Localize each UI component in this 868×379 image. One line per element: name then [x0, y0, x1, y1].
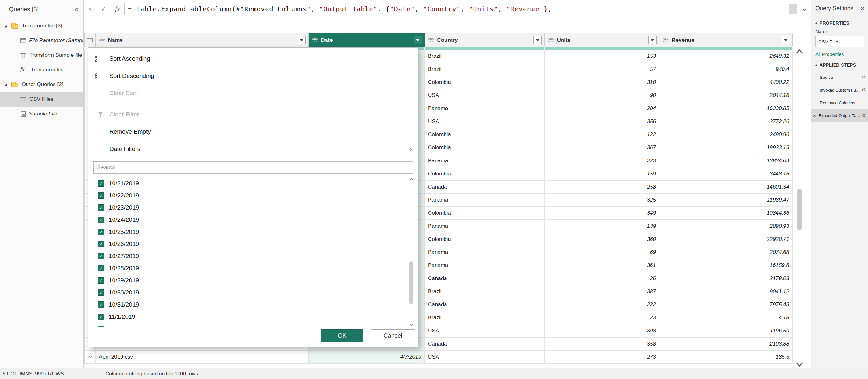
- list-scroll-up-icon[interactable]: [409, 178, 413, 182]
- revenue-cell[interactable]: 4408.22: [659, 76, 793, 89]
- filter-value-row[interactable]: ✓ 10/24/2019: [98, 214, 418, 226]
- formula-input[interactable]: = Table.ExpandTableColumn(#"Removed Colu…: [124, 3, 798, 15]
- column-type-icon[interactable]: ABC: [99, 39, 105, 42]
- query-tree-item[interactable]: ◢ Other Queries [2]: [0, 77, 83, 92]
- applied-steps-section-header[interactable]: ◢ APPLIED STEPS: [811, 59, 868, 70]
- filter-value-row[interactable]: ✓ 10/23/2019: [98, 202, 418, 214]
- revenue-cell[interactable]: 2649.32: [659, 50, 793, 63]
- filter-button[interactable]: [648, 36, 657, 45]
- filter-value-row[interactable]: ✓ 10/25/2019: [98, 226, 418, 238]
- tree-expander-icon[interactable]: ◢: [4, 83, 11, 86]
- country-cell[interactable]: USA: [425, 89, 545, 102]
- filter-value-row[interactable]: ✓ 10/31/2019: [98, 299, 418, 311]
- checkbox-checked-icon[interactable]: ✓: [98, 253, 104, 259]
- revenue-cell[interactable]: 19933.19: [659, 141, 793, 154]
- revenue-cell[interactable]: 1196.59: [659, 324, 793, 338]
- menu-item[interactable]: ↓ Clear Sort ›: [88, 85, 418, 102]
- menu-item[interactable]: AZ↓ Sort Ascending ›: [88, 50, 418, 67]
- units-cell[interactable]: 356: [545, 115, 659, 128]
- checkbox-checked-icon[interactable]: ✓: [98, 204, 104, 211]
- query-tree-item[interactable]: ◢ CSV Files: [0, 92, 83, 107]
- menu-item[interactable]: ↓ Remove Empty ›: [88, 123, 418, 140]
- column-type-icon[interactable]: ABC123: [312, 37, 318, 43]
- revenue-cell[interactable]: 2074.68: [659, 246, 793, 259]
- ok-button[interactable]: OK: [321, 329, 363, 342]
- column-header[interactable]: ABC Name: [96, 33, 309, 47]
- all-properties-link[interactable]: All Properties: [815, 51, 868, 57]
- country-cell[interactable]: Colombia: [425, 207, 545, 220]
- units-cell[interactable]: 90: [545, 89, 659, 102]
- units-cell[interactable]: 361: [545, 259, 659, 272]
- menu-item[interactable]: ↓ Date Filters ›: [88, 140, 418, 157]
- country-cell[interactable]: Panama: [425, 259, 545, 272]
- column-type-icon[interactable]: ABC123: [663, 37, 669, 43]
- revenue-cell[interactable]: 22928.71: [659, 233, 793, 246]
- gear-icon[interactable]: ⚙: [862, 87, 866, 93]
- units-cell[interactable]: 398: [545, 324, 659, 338]
- search-input[interactable]: [93, 162, 413, 174]
- expand-formula-bar-button[interactable]: [798, 7, 811, 10]
- units-cell[interactable]: 360: [545, 233, 659, 246]
- checkbox-checked-icon[interactable]: ✓: [98, 277, 104, 284]
- revenue-cell[interactable]: 2890.93: [659, 220, 793, 233]
- country-cell[interactable]: Colombia: [425, 168, 545, 181]
- menu-item[interactable]: ↓ ›: [89, 104, 417, 104]
- units-cell[interactable]: 258: [545, 181, 659, 194]
- list-scroll-down-icon[interactable]: [409, 322, 413, 326]
- tree-expander-icon[interactable]: ◢: [4, 24, 11, 28]
- revenue-cell[interactable]: 2178.03: [659, 272, 793, 285]
- revenue-cell[interactable]: 14601.34: [659, 181, 793, 194]
- country-cell[interactable]: Colombia: [425, 141, 545, 154]
- country-cell[interactable]: Panama: [425, 246, 545, 259]
- revenue-cell[interactable]: 940.4: [659, 63, 793, 76]
- list-scrollbar[interactable]: [407, 177, 415, 327]
- filter-value-row[interactable]: ✓ 10/26/2019: [98, 238, 418, 250]
- column-header[interactable]: ABC123 Country: [425, 33, 545, 47]
- units-cell[interactable]: 57: [545, 63, 659, 76]
- units-cell[interactable]: 69: [545, 246, 659, 259]
- query-tree-item[interactable]: ◢ File Parameter (Sample File): [0, 33, 83, 48]
- filter-value-row[interactable]: ✓ 10/30/2019: [98, 287, 418, 299]
- date-cell[interactable]: 4/7/2019: [309, 351, 425, 364]
- scroll-down-icon[interactable]: [796, 360, 803, 367]
- checkbox-checked-icon[interactable]: ✓: [98, 326, 104, 327]
- units-cell[interactable]: 367: [545, 141, 659, 154]
- revenue-cell[interactable]: 13834.04: [659, 154, 793, 168]
- checkbox-checked-icon[interactable]: ✓: [98, 241, 104, 247]
- filter-button[interactable]: [298, 36, 306, 45]
- units-cell[interactable]: 222: [545, 298, 659, 311]
- country-cell[interactable]: Panama: [425, 154, 545, 168]
- units-cell[interactable]: 23: [545, 311, 659, 324]
- country-cell[interactable]: Canada: [425, 298, 545, 311]
- scrollbar-thumb[interactable]: [797, 189, 802, 230]
- revenue-cell[interactable]: 11939.47: [659, 194, 793, 207]
- applied-step[interactable]: × Expanded Output Table ⚙: [811, 109, 868, 122]
- query-tree-item[interactable]: ◢ Sample File: [0, 107, 83, 121]
- country-cell[interactable]: Canada: [425, 338, 545, 351]
- country-cell[interactable]: USA: [425, 351, 545, 364]
- query-tree-item[interactable]: ◢ Transform Sample file: [0, 48, 83, 62]
- revenue-cell[interactable]: 9041.12: [659, 285, 793, 298]
- units-cell[interactable]: 139: [545, 220, 659, 233]
- country-cell[interactable]: Colombia: [425, 76, 545, 89]
- revenue-cell[interactable]: 185.3: [659, 351, 793, 364]
- filter-button[interactable]: [782, 36, 790, 45]
- filter-value-row[interactable]: ✓ 11/2/2019: [98, 323, 418, 327]
- filter-button[interactable]: [413, 36, 422, 45]
- checkbox-checked-icon[interactable]: ✓: [98, 180, 104, 186]
- applied-step[interactable]: × Removed Columns ⚙: [811, 96, 868, 109]
- close-icon[interactable]: ×: [860, 5, 865, 11]
- formula-scrollbar[interactable]: [788, 4, 797, 14]
- gear-icon[interactable]: ⚙: [862, 74, 866, 80]
- query-name-input[interactable]: [815, 36, 864, 47]
- filter-value-row[interactable]: ✓ 10/22/2019: [98, 190, 418, 202]
- filter-value-row[interactable]: ✓ 11/1/2019: [98, 311, 418, 323]
- filter-button[interactable]: [533, 36, 542, 45]
- filter-value-row[interactable]: ✓ 10/27/2019: [98, 250, 418, 262]
- country-cell[interactable]: Panama: [425, 194, 545, 207]
- delete-step-icon[interactable]: ×: [813, 113, 816, 118]
- cancel-formula-icon[interactable]: ×: [84, 5, 97, 13]
- units-cell[interactable]: 273: [545, 351, 659, 364]
- applied-step[interactable]: × Invoked Custom Function ⚙: [811, 84, 868, 96]
- menu-item[interactable]: ZA↓ Sort Descending ›: [88, 67, 418, 85]
